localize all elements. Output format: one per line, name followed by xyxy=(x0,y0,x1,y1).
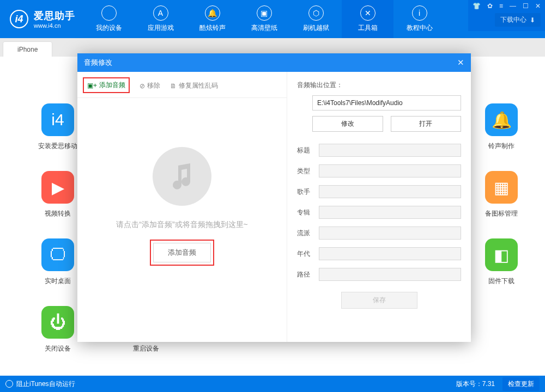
add-audio-button[interactable]: 添加音频 xyxy=(153,243,211,262)
toolbar-fix-encoding-button[interactable]: 🗎 修复属性乱码 xyxy=(170,81,218,90)
genre-field[interactable] xyxy=(319,226,461,240)
field-label-artist: 歌手 xyxy=(297,187,319,197)
tool-realtime-desktop[interactable]: 🖵 实时桌面 xyxy=(38,238,77,286)
bell-icon: 🔔 xyxy=(205,5,220,21)
bell-plus-icon: 🔔 xyxy=(485,103,518,136)
album-field[interactable] xyxy=(319,206,461,219)
audio-modify-modal: 音频修改 ✕ ▣+ 添加音频 ⊘ 移除 🗎 修复属性乱码 xyxy=(77,53,471,342)
remove-icon: ⊘ xyxy=(140,82,145,90)
nav-apps[interactable]: A应用游戏 xyxy=(135,0,186,38)
modal-toolbar: ▣+ 添加音频 ⊘ 移除 🗎 修复属性乱码 xyxy=(77,75,287,98)
skin-icon[interactable]: 👕 xyxy=(473,2,481,10)
maximize-icon[interactable]: ☐ xyxy=(523,2,529,10)
play-icon: ▶ xyxy=(41,171,74,204)
version-text: 版本号：7.31 xyxy=(456,379,495,389)
fix-icon: 🗎 xyxy=(170,82,177,90)
download-center-button[interactable]: 下载中心 ⬇ xyxy=(495,13,541,27)
add-file-icon: ▣+ xyxy=(87,82,97,89)
minimize-icon[interactable]: — xyxy=(510,2,516,10)
main-nav: 我的设备 A应用游戏 🔔酷炫铃声 ▣高清壁纸 ⬡刷机越狱 ✕工具箱 i教程中心 xyxy=(83,0,445,38)
logo-url: www.i4.cn xyxy=(34,22,75,29)
nav-wallpapers[interactable]: ▣高清壁纸 xyxy=(238,0,290,38)
nav-tutorials[interactable]: i教程中心 xyxy=(393,0,445,38)
modal-titlebar: 音频修改 ✕ xyxy=(77,53,471,72)
appstore-icon: A xyxy=(153,5,168,21)
open-path-button[interactable]: 打开 xyxy=(391,116,462,132)
header-right: 👕 ✿ ≡ — ☐ ✕ 下载中心 ⬇ xyxy=(468,0,545,31)
title-field[interactable] xyxy=(319,144,461,157)
field-label-path: 路径 xyxy=(297,270,319,279)
block-itunes-label[interactable]: 阻止iTunes自动运行 xyxy=(16,379,75,389)
breadcrumb-tab[interactable]: iPhone xyxy=(3,42,52,57)
modal-left-pane: ▣+ 添加音频 ⊘ 移除 🗎 修复属性乱码 请点击“添加音频”或将音频拖拽到这里 xyxy=(77,72,287,342)
apple-icon xyxy=(101,5,117,21)
box-icon: ⬡ xyxy=(308,5,324,21)
check-update-button[interactable]: 检查更新 xyxy=(502,377,540,391)
field-label-type: 类型 xyxy=(297,167,319,176)
modal-right-pane: 音频输出位置： E:\i4Tools7\Files\ModifyAudio 修改… xyxy=(287,72,471,342)
tool-ringtone-maker[interactable]: 🔔 铃声制作 xyxy=(482,103,521,151)
cube-icon: ◧ xyxy=(485,238,518,271)
i4-icon: i4 xyxy=(41,103,74,136)
save-button[interactable]: 保存 xyxy=(341,292,417,309)
modal-close-button[interactable]: ✕ xyxy=(457,58,464,68)
highlight-add-button: 添加音频 xyxy=(150,240,214,266)
window-controls: 👕 ✿ ≡ — ☐ ✕ xyxy=(473,2,541,10)
output-location-label: 音频输出位置： xyxy=(297,81,461,90)
tool-shutdown[interactable]: ⏻ 关闭设备 xyxy=(38,306,77,353)
tool-firmware[interactable]: ◧ 固件下载 xyxy=(482,238,521,286)
tool-icon-manager[interactable]: ▦ 备图标管理 xyxy=(482,171,521,218)
close-icon[interactable]: ✕ xyxy=(535,2,541,10)
logo-icon: i4 xyxy=(10,10,28,28)
type-field[interactable] xyxy=(319,164,461,177)
artist-field[interactable] xyxy=(319,185,461,198)
block-itunes-icon[interactable] xyxy=(5,380,13,388)
status-bar: 阻止iTunes自动运行 版本号：7.31 检查更新 xyxy=(0,376,545,392)
drop-hint-text: 请点击“添加音频”或将音频拖拽到这里~ xyxy=(116,220,248,230)
nav-toolbox[interactable]: ✕工具箱 xyxy=(342,0,393,38)
image-icon: ▣ xyxy=(257,5,272,21)
path-field[interactable] xyxy=(319,268,461,281)
app-header: i4 爱思助手 www.i4.cn 我的设备 A应用游戏 🔔酷炫铃声 ▣高清壁纸… xyxy=(0,0,545,38)
field-label-genre: 流派 xyxy=(297,229,319,238)
output-path-field[interactable]: E:\i4Tools7\Files\ModifyAudio xyxy=(312,95,461,111)
power-icon: ⏻ xyxy=(41,306,74,339)
field-label-year: 年代 xyxy=(297,249,319,259)
toolbar-add-audio-button[interactable]: ▣+ 添加音频 xyxy=(87,81,125,90)
tool-install-mobile[interactable]: i4 安装爱思移动端 xyxy=(38,103,77,151)
field-label-title: 标题 xyxy=(297,146,319,155)
year-field[interactable] xyxy=(319,247,461,260)
nav-my-device[interactable]: 我的设备 xyxy=(83,0,135,38)
music-note-icon xyxy=(153,147,211,206)
field-label-album: 专辑 xyxy=(297,208,319,217)
toolbar-remove-button[interactable]: ⊘ 移除 xyxy=(140,81,160,90)
download-icon: ⬇ xyxy=(530,16,535,24)
tool-video-convert[interactable]: ▶ 视频转换 xyxy=(38,171,77,218)
nav-jailbreak[interactable]: ⬡刷机越狱 xyxy=(290,0,342,38)
nav-ringtones[interactable]: 🔔酷炫铃声 xyxy=(186,0,238,38)
monitor-icon: 🖵 xyxy=(41,238,74,271)
menu-icon[interactable]: ≡ xyxy=(499,2,503,10)
info-icon: i xyxy=(412,5,427,21)
settings-icon[interactable]: ✿ xyxy=(487,2,493,10)
modal-title-text: 音频修改 xyxy=(84,58,112,68)
tools-icon: ✕ xyxy=(360,5,376,21)
drop-zone[interactable]: 请点击“添加音频”或将音频拖拽到这里~ 添加音频 xyxy=(77,98,287,266)
logo: i4 爱思助手 www.i4.cn xyxy=(0,9,83,29)
highlight-add-audio: ▣+ 添加音频 xyxy=(83,77,130,93)
grid-icon: ▦ xyxy=(485,171,518,204)
logo-title: 爱思助手 xyxy=(34,9,75,22)
modify-path-button[interactable]: 修改 xyxy=(312,116,383,132)
